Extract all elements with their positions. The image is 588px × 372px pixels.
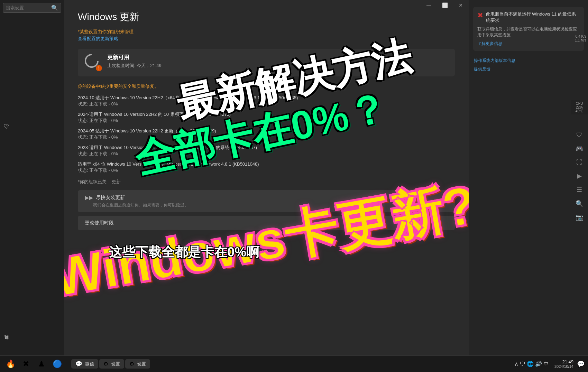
policy-link[interactable]: 查看配置的更新策略 <box>78 36 455 42</box>
steam-button[interactable]: ♟ <box>35 357 48 371</box>
more-options-title: 更改使用时段 <box>85 220 448 226</box>
cpu-temp: 40°C <box>573 109 586 113</box>
taskbar: 🔥 ✖ ♟ 🔵 💬 微信 ⚙ 设置 ⚙ 设置 ∧ 🛡 🌐 🔊 中 21:49 2… <box>0 355 588 372</box>
maximize-button[interactable]: ⬜ <box>437 0 453 10</box>
settings2-label: 设置 <box>137 361 146 367</box>
taskbar-pinned: 💬 微信 ⚙ 设置 ⚙ 设置 <box>71 359 150 369</box>
sidebar: 🔍 ♡ 验证计划 <box>0 0 64 360</box>
warning-icon: ✖ <box>477 11 483 19</box>
update-item-0: 2024-10 适用于 Windows 10 Version 22H2（x64 … <box>78 95 455 107</box>
settings1-icon: ⚙ <box>103 361 108 367</box>
page-title: Windows 更新 <box>78 10 455 24</box>
update-list: 2024-10 适用于 Windows 10 Version 22H2（x64 … <box>78 95 455 174</box>
vpn-icon[interactable]: 🛡 <box>520 361 525 367</box>
update-item-2: 2024-05 适用于 Windows 10 Version 22H2 更新（x… <box>78 128 455 140</box>
clock-time: 21:49 <box>554 359 573 364</box>
wechat-label: 微信 <box>85 361 94 367</box>
win11-warning-desc: 获取详细信息，并查看是否可以在电脑健康状况检查应用中采取某些措施 <box>477 26 580 38</box>
fullscreen-icon[interactable]: ⛶ <box>576 159 582 166</box>
win11-warning-title: 此电脑当前不满足运行 Windows 11 的最低系统要求 <box>486 11 580 24</box>
close-button[interactable]: ✕ <box>453 0 469 10</box>
wechat-taskbar-btn[interactable]: 💬 微信 <box>71 359 98 369</box>
last-check: 上次检查时间: 今天，21:49 <box>107 63 162 69</box>
search-icon: 🔍 <box>51 4 58 11</box>
right-icon-strip: 🛡 🎮 ⛶ ▶ ☰ 🔍 📷 <box>571 131 588 221</box>
search-box[interactable]: 🔍 <box>3 3 61 13</box>
search2-icon[interactable]: 🔍 <box>576 200 583 207</box>
sys-info-link[interactable]: 操作系统内部版本信息 <box>474 58 583 64</box>
feedback-link[interactable]: 提供反馈 <box>474 66 583 72</box>
taskbar-right: ∧ 🛡 🌐 🔊 中 21:49 2024/10/14 💬 <box>514 359 585 369</box>
fast-install-desc: 我们会在重启之前通知你。如果需要，你可以延迟。 <box>85 202 448 208</box>
managed-warning: *某些设置由你的组织来管理 <box>78 29 455 35</box>
shield-icon[interactable]: 🛡 <box>576 131 582 139</box>
update-card: ! 更新可用 上次检查时间: 今天，21:49 <box>78 49 455 76</box>
volume-icon[interactable]: 🔊 <box>535 361 542 367</box>
tray-icons: ∧ 🛡 🌐 🔊 <box>514 361 542 367</box>
cpu-label: CPU <box>573 102 586 105</box>
cpu-percent: 22% <box>573 105 586 109</box>
right-links: 操作系统内部版本信息 提供反馈 <box>469 54 588 78</box>
camera-icon[interactable]: 📷 <box>576 214 583 221</box>
fast-install-title: 尽快安装更新 <box>96 195 125 201</box>
input-lang-indicator[interactable]: 中 <box>544 361 549 367</box>
chrome-button[interactable]: 🔵 <box>50 357 64 371</box>
gamepad-icon[interactable]: 🎮 <box>576 145 583 152</box>
update-info: 更新可用 上次检查时间: 今天，21:49 <box>107 54 162 69</box>
win11-warning-card: ✖ 此电脑当前不满足运行 Windows 11 的最低系统要求 获取详细信息，并… <box>473 7 584 51</box>
upload-speed: 0.4 K/s <box>575 35 586 38</box>
network-speed: 0.4 K/s 1.1 M/s <box>575 35 586 42</box>
win11-learn-more-link[interactable]: 了解更多信息 <box>477 41 580 47</box>
cpu-indicator: CPU 22% 40°C <box>571 100 588 114</box>
more-options-card[interactable]: 更改使用时段 <box>78 216 455 230</box>
settings1-label: 设置 <box>111 361 120 367</box>
taskbar-separator <box>66 359 66 369</box>
fast-install-card: ▶▶ 尽快安装更新 我们会在重启之前通知你。如果需要，你可以延迟。 <box>78 190 455 212</box>
main-content: Windows 更新 *某些设置由你的组织来管理 查看配置的更新策略 ! 更新可… <box>64 0 469 360</box>
minimize-button[interactable]: — <box>421 0 437 10</box>
search-button[interactable]: ✖ <box>19 357 33 371</box>
update-available-label: 更新可用 <box>107 54 162 61</box>
download-speed: 1.1 M/s <box>575 38 586 42</box>
settings2-icon: ⚙ <box>129 361 134 367</box>
taskbar-apps: 🔥 ✖ ♟ 🔵 <box>3 357 64 371</box>
settings1-taskbar-btn[interactable]: ⚙ 设置 <box>99 359 124 369</box>
update-icon: ! <box>85 54 102 71</box>
search-input[interactable] <box>6 5 51 10</box>
wechat-icon: 💬 <box>75 361 82 367</box>
update-item-1: 2024-适用于 Windows 10 Version 22H2 的 10 累积… <box>78 111 455 124</box>
device-warning: 你的设备中缺少重要的安全和质量修复。 <box>78 83 455 90</box>
settings2-taskbar-btn[interactable]: ⚙ 设置 <box>125 359 150 369</box>
update-item-4: 适用于 x64 位 Windows 10 Version 22H2 的 Micr… <box>78 161 455 174</box>
org-blocked: *你的组织已关__更新 <box>78 179 455 185</box>
notification-button[interactable]: 💬 <box>577 360 585 368</box>
start-button[interactable]: 🔥 <box>3 357 17 371</box>
play-icon[interactable]: ▶ <box>577 172 582 180</box>
titlebar-buttons: — ⬜ ✕ <box>421 0 469 10</box>
chevron-up-icon[interactable]: ∧ <box>514 361 518 367</box>
right-panel: ✖ 此电脑当前不满足运行 Windows 11 的最低系统要求 获取详细信息，并… <box>469 0 588 360</box>
update-item-3: 2023-适用于 Windows 10 Version 22H2 的 10 更新… <box>78 145 455 157</box>
network-icon[interactable]: 🌐 <box>527 361 534 367</box>
fast-install-icon: ▶▶ <box>85 194 93 201</box>
taskbar-clock[interactable]: 21:49 2024/10/14 <box>554 359 573 369</box>
home-icon: ♡ <box>3 123 9 130</box>
exclaim-icon: ! <box>96 65 102 71</box>
clock-date: 2024/10/14 <box>554 364 573 369</box>
list-icon[interactable]: ☰ <box>577 186 582 194</box>
